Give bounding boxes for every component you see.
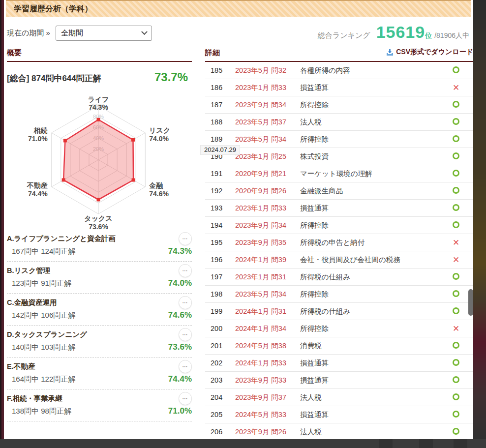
exam-link[interactable]: 2023年1月 問33: [235, 204, 300, 213]
csv-link-label: CSV形式でダウンロード: [396, 48, 473, 57]
table-row: 1862023年1月 問33損益通算✕: [205, 79, 473, 96]
svg-text:タックス: タックス: [84, 214, 112, 222]
topic-label: 損益通算: [300, 204, 439, 213]
taskbar-icon: [419, 439, 433, 448]
row-number: 205: [211, 411, 235, 418]
exam-link[interactable]: 2020年9月 問21: [235, 169, 300, 179]
svg-text:74.4%: 74.4%: [28, 190, 48, 198]
table-row: 2012024年5月 問38消費税: [205, 337, 473, 355]
svg-text:74.6%: 74.6%: [149, 190, 169, 198]
exam-link[interactable]: 2023年1月 問33: [235, 83, 300, 92]
category-count: 164問中 122問正解: [12, 375, 75, 384]
exam-link[interactable]: 2023年5月 問32: [235, 66, 300, 75]
row-number: 202: [211, 359, 235, 367]
topic-label: 損益通算: [300, 376, 439, 385]
table-row: 1902023年1月 問25株式投資: [205, 148, 473, 165]
topic-label: マーケット環境の理解: [300, 169, 439, 179]
table-row: 1912020年9月 問21マーケット環境の理解: [205, 165, 473, 182]
category-menu-button[interactable]: ⋯: [179, 232, 192, 245]
overall-score-label: [総合] 874問中644問正解: [7, 73, 101, 84]
category-menu-button[interactable]: ⋯: [179, 264, 192, 277]
topic-label: 会社・役員間及び会社間の税務: [300, 255, 439, 265]
category-count: 167問中 124問正解: [12, 247, 75, 256]
row-number: 199: [211, 307, 235, 315]
topic-label: 各種所得の内容: [300, 66, 439, 75]
row-number: 204: [211, 393, 235, 401]
row-number: 189: [211, 135, 235, 143]
svg-text:ライフ: ライフ: [88, 95, 109, 103]
exam-link[interactable]: 2020年9月 問26: [235, 186, 300, 196]
page-header: 学習履歴分析（学科）: [6, 0, 471, 17]
period-select[interactable]: 全期間: [56, 26, 152, 41]
row-number: 187: [211, 101, 235, 109]
row-number: 200: [211, 325, 235, 332]
table-row: 1952023年9月 問35所得税の申告と納付✕: [205, 234, 473, 251]
ranking-value: 15619: [376, 23, 425, 42]
exam-link[interactable]: 2023年5月 問34: [235, 290, 300, 299]
category-menu-button[interactable]: ⋯: [179, 392, 192, 405]
table-row: 1932023年1月 問33損益通算: [205, 200, 473, 217]
svg-text:74.0%: 74.0%: [149, 135, 169, 143]
category-menu-button[interactable]: ⋯: [179, 328, 192, 341]
category-list: A.ライフプランニングと資金計画⋯167問中 124問正解74.3%B.リスク管…: [7, 230, 192, 421]
topic-label: 所得税の申告と納付: [300, 238, 439, 247]
table-row: 1962024年1月 問39会社・役員間及び会社間の税務✕: [205, 251, 473, 269]
table-row: 1922020年9月 問26金融派生商品: [205, 182, 473, 200]
table-row: 1882023年5月 問37法人税: [205, 114, 473, 131]
svg-text:73.6%: 73.6%: [89, 223, 108, 230]
row-number: 185: [211, 66, 235, 74]
category-percent: 74.0%: [168, 278, 192, 288]
correct-mark-icon: [439, 376, 473, 385]
correct-mark-icon: [439, 135, 473, 144]
exam-link[interactable]: 2023年9月 問34: [235, 100, 300, 110]
exam-link[interactable]: 2023年9月 問26: [235, 427, 300, 437]
incorrect-mark-icon: ✕: [439, 83, 473, 93]
exam-link[interactable]: 2024年5月 問38: [235, 341, 300, 351]
window-edge-right: [473, 0, 486, 439]
csv-download-link[interactable]: CSV形式でダウンロード: [386, 48, 473, 57]
row-number: 206: [211, 428, 235, 436]
topic-label: 法人税: [300, 393, 439, 402]
ranking-label: 総合ランキング: [318, 31, 370, 40]
category-percent: 74.6%: [168, 310, 192, 320]
table-row: 2062023年9月 問26法人税: [205, 423, 473, 439]
correct-mark-icon: [439, 393, 473, 402]
category-menu-button[interactable]: ⋯: [179, 360, 192, 373]
category-count: 140問中 103問正解: [12, 343, 75, 352]
row-number: 194: [211, 221, 235, 229]
table-row: 2032023年9月 問33損益通算: [205, 372, 473, 389]
exam-link[interactable]: 2023年9月 問37: [235, 393, 300, 402]
period-select-value: 全期間: [61, 29, 83, 38]
category-item: E.不動産⋯164問中 122問正解74.4%: [7, 358, 192, 389]
category-menu-button[interactable]: ⋯: [179, 296, 192, 309]
exam-link[interactable]: 2024年1月 問31: [235, 307, 300, 316]
correct-mark-icon: [439, 273, 473, 281]
table-row: 2002024年1月 問34所得控除✕: [205, 320, 473, 337]
exam-link[interactable]: 2023年5月 問34: [235, 135, 300, 144]
exam-link[interactable]: 2023年5月 問37: [235, 118, 300, 127]
category-count: 123問中 91問正解: [12, 279, 71, 288]
category-title: E.不動産: [7, 362, 35, 371]
exam-link[interactable]: 2024年1月 問33: [235, 358, 300, 368]
scrollbar-thumb[interactable]: [468, 289, 473, 316]
row-number: 196: [211, 256, 235, 264]
table-row: 1992024年1月 問31所得税の仕組み: [205, 303, 473, 320]
topic-label: 所得控除: [300, 221, 439, 230]
topic-label: 損益通算: [300, 358, 439, 368]
exam-link[interactable]: 2024年1月 問34: [235, 324, 300, 333]
exam-link[interactable]: 2023年1月 問31: [235, 272, 300, 282]
svg-text:相続: 相続: [33, 126, 48, 134]
svg-text:金融: 金融: [149, 181, 163, 189]
exam-link[interactable]: 2023年9月 問33: [235, 376, 300, 385]
correct-mark-icon: [439, 204, 473, 212]
svg-text:74.3%: 74.3%: [89, 103, 108, 111]
exam-link[interactable]: 2023年1月 問25: [235, 152, 300, 161]
exam-link[interactable]: 2023年9月 問35: [235, 238, 300, 247]
exam-link[interactable]: 2024年5月 問33: [235, 410, 300, 419]
exam-link[interactable]: 2024年1月 問39: [235, 255, 300, 265]
row-number: 186: [211, 84, 235, 91]
taskbar-icon: [379, 439, 393, 448]
chevron-down-icon: [141, 29, 148, 35]
correct-mark-icon: [439, 428, 473, 436]
exam-link[interactable]: 2023年9月 問34: [235, 221, 300, 230]
